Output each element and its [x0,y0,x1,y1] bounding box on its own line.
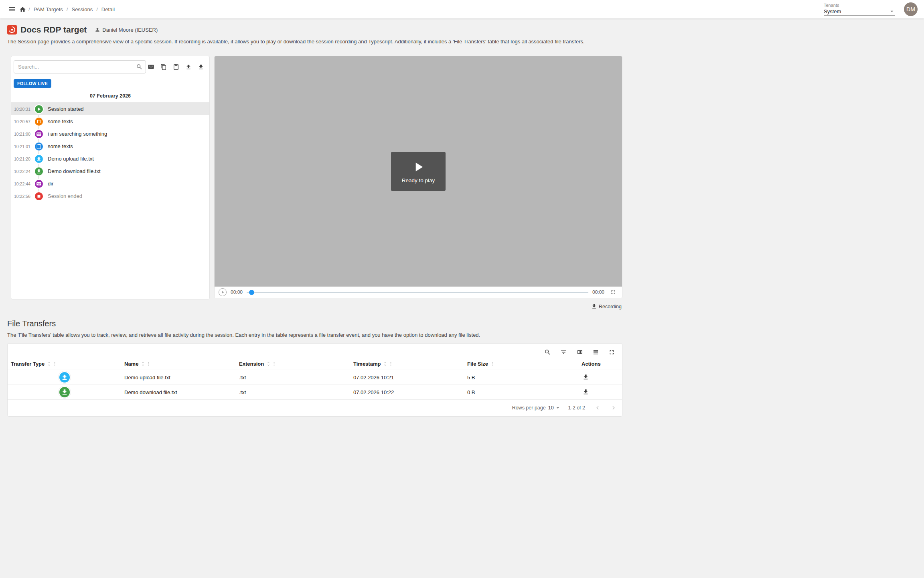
timeline-event[interactable]: 10:20:31 Session started [11,103,209,115]
event-time: 10:21:20 [11,157,34,161]
timeline-event[interactable]: 10:21:01 some texts [11,140,209,153]
timeline-event[interactable]: 10:21:00 i am searching something [11,128,209,140]
follow-live-button[interactable]: FOLLOW LIVE [14,79,51,88]
column-menu-icon[interactable] [146,361,151,366]
rows-per-page-label: Rows per page [512,405,546,411]
breadcrumb-pam-targets[interactable]: PAM Targets [34,6,63,12]
sort-icon[interactable] [383,361,388,366]
keyboard-icon[interactable] [146,62,156,72]
table-footer: Rows per page 10 1-2 of 2 [8,400,622,416]
page-header: Docs RDP target Daniel Moore (IEUSER) Th… [7,18,622,45]
recording-download-link[interactable]: Recording [214,303,622,309]
sort-icon[interactable] [266,361,271,366]
column-menu-icon[interactable] [388,361,393,366]
fullscreen-icon[interactable] [608,287,618,297]
download-icon [591,303,597,309]
download-icon[interactable] [196,62,206,72]
tenant-value: System [824,8,841,14]
cell-timestamp: 07.02.2026 10:21 [350,370,464,385]
event-time: 10:22:44 [11,181,34,186]
chevron-left-icon[interactable] [593,403,602,412]
columns-icon[interactable] [575,347,585,357]
event-label: Session started [48,106,84,112]
keyboard-icon [34,179,44,189]
event-label: i am searching something [48,131,107,137]
timeline-event[interactable]: 10:22:44 dir [11,177,209,190]
session-section: FOLLOW LIVE 07 February 2026 10:20:31 Se… [7,56,622,309]
timeline-event[interactable]: 10:22:24 Demo download file.txt [11,165,209,177]
caret-down-icon [555,405,561,411]
event-label: Demo upload file.txt [48,156,94,162]
search-icon[interactable] [543,347,553,357]
player-screen[interactable]: Ready to play [215,56,622,287]
timeline-event[interactable]: 10:20:57 some texts [11,115,209,128]
seek-slider[interactable] [247,289,588,295]
play-icon [411,159,426,175]
breadcrumb: / PAM Targets / Sessions / Detail [28,6,115,12]
file-transfers-table-card: Transfer Type Name Extension Timestamp F… [7,343,622,417]
main-content: Docs RDP target Daniel Moore (IEUSER) Th… [7,18,622,417]
event-label: Session ended [48,193,82,199]
column-header-name[interactable]: Name [121,359,236,370]
column-header-timestamp[interactable]: Timestamp [350,359,464,370]
session-user-label: Daniel Moore (IEUSER) [102,27,158,33]
event-time: 10:22:56 [11,194,34,199]
density-icon[interactable] [591,347,601,357]
column-menu-icon[interactable] [490,361,495,366]
search-input[interactable] [14,60,146,73]
breadcrumb-separator: / [67,6,68,12]
cell-file-size: 0 B [464,385,578,400]
table-row[interactable]: Demo upload file.txt .txt 07.02.2026 10:… [8,370,622,385]
menu-icon[interactable] [6,4,18,15]
sort-icon[interactable] [140,361,146,366]
home-icon[interactable] [18,4,28,14]
event-time: 10:21:01 [11,144,34,149]
pagination-range: 1-2 of 2 [568,405,585,411]
column-header-file-size[interactable]: File Size [464,359,578,370]
fullscreen-icon[interactable] [607,347,617,357]
player-column: Ready to play 00:00 00:00 Recording [214,56,622,309]
column-header-transfer-type[interactable]: Transfer Type [8,359,121,370]
slider-track [247,292,588,293]
sort-icon[interactable] [47,361,52,366]
paste-icon[interactable] [171,62,181,72]
timeline-events: 10:20:31 Session started 10:20:57 some t… [11,103,209,299]
timeline-event[interactable]: 10:21:20 Demo upload file.txt [11,153,209,165]
rows-per-page-value: 10 [548,405,554,411]
cell-name: Demo download file.txt [121,385,236,400]
column-header-extension[interactable]: Extension [236,359,350,370]
download-file-button[interactable] [582,388,590,396]
event-label: dir [48,181,53,187]
filter-icon[interactable] [559,347,569,357]
event-time: 10:21:00 [11,132,34,136]
copy-icon[interactable] [159,62,168,72]
timeline-event[interactable]: 10:22:56 Session ended [11,190,209,202]
upload-icon[interactable] [184,62,193,72]
tenant-select[interactable]: Tenants System [824,3,895,16]
column-menu-icon[interactable] [52,361,57,366]
rows-per-page-select[interactable]: 10 [548,405,561,411]
file-transfers-title: File Transfers [7,319,622,328]
search-icon [136,63,143,70]
top-bar: / PAM Targets / Sessions / Detail Tenant… [0,0,924,18]
ready-to-play-overlay[interactable]: Ready to play [391,152,446,191]
session-user: Daniel Moore (IEUSER) [95,27,158,33]
download-file-button[interactable] [582,373,590,381]
timeline-date-header: 07 February 2026 [11,88,209,103]
breadcrumb-detail: Detail [101,6,115,12]
keyboard-icon [34,129,44,139]
upload-icon [59,371,71,383]
cell-timestamp: 07.02.2026 10:22 [350,385,464,400]
table-row[interactable]: Demo download file.txt .txt 07.02.2026 1… [8,385,622,400]
chevron-right-icon[interactable] [609,403,618,412]
upload-icon [34,154,44,164]
play-button[interactable] [219,288,227,296]
avatar[interactable]: DM [904,2,918,16]
play-icon [34,104,44,114]
slider-thumb[interactable] [249,290,254,295]
breadcrumb-separator: / [96,6,98,12]
file-transfers-section: File Transfers The 'File Transfers' tabl… [7,319,622,417]
column-menu-icon[interactable] [272,361,277,366]
breadcrumb-sessions[interactable]: Sessions [71,6,93,12]
timeline-panel: FOLLOW LIVE 07 February 2026 10:20:31 Se… [11,56,210,299]
